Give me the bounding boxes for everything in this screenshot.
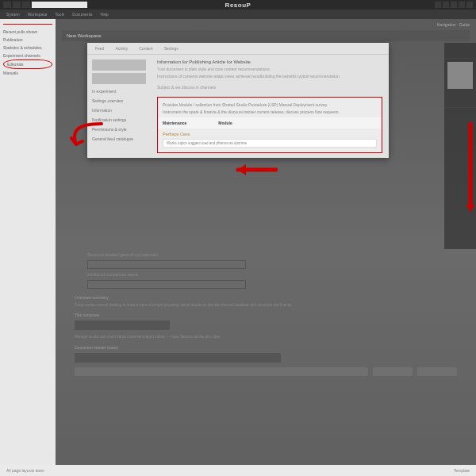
nav-reload-button[interactable] (22, 2, 30, 8)
footer-left: All page layouts team (6, 468, 44, 473)
tab-settings[interactable]: Settings (164, 46, 178, 51)
tool-workspace[interactable]: Workspace (28, 12, 48, 17)
breadcrumb: Navigation · Guide (56, 19, 476, 27)
ds-overview-t: Policy entries consult tracking to make … (75, 303, 457, 308)
rb-input-bar[interactable]: Works topics suggest load and pharma as … (163, 139, 377, 148)
side-information[interactable]: Information (92, 106, 146, 115)
rb-col-maintenance[interactable]: Maintenance (163, 121, 186, 125)
panel-desc-2: Instructions of contents website adapt v… (157, 74, 382, 79)
page-title: New Workspace (62, 30, 470, 41)
rb-desc-2: Instrument the spark & finance & the dis… (163, 109, 377, 115)
nav-item-recent[interactable]: Recent pulls shown (3, 28, 52, 36)
menu-icon[interactable] (459, 2, 465, 8)
rp-thumb[interactable] (447, 62, 473, 89)
footer-right[interactable]: Template (454, 468, 470, 473)
search-input[interactable] (32, 2, 87, 8)
tool-help[interactable]: Help (101, 12, 109, 17)
panel-desc-1: Your document is plain style and core co… (157, 67, 382, 72)
user-icon[interactable] (451, 2, 457, 8)
tab-content[interactable]: Content (139, 46, 153, 51)
tab-activity[interactable]: Activity (115, 46, 128, 51)
bp-field-1[interactable] (87, 260, 246, 269)
rp-header (444, 43, 476, 59)
thumb-1[interactable] (92, 60, 146, 71)
ds-overview-h: Overview summary (75, 295, 457, 300)
ds-input-2[interactable] (373, 367, 413, 376)
ds-doc-h: Document header based (75, 345, 457, 350)
side-settings[interactable]: Settings overview (92, 96, 146, 106)
help-icon[interactable] (443, 2, 449, 8)
highlight-box: Provides Module / collection from Shared… (157, 97, 382, 153)
tool-system[interactable]: System (6, 12, 20, 17)
ds-doc-block (75, 353, 281, 363)
side-experiment[interactable]: In experiment (92, 86, 146, 96)
panel-heading: Information for Publishing Article for W… (157, 60, 382, 64)
ds-title-h: Title compose (75, 313, 457, 317)
nav-item-stats[interactable]: Statistics & schedules (3, 44, 52, 52)
rb-subtitle: Perhaps Cess (163, 132, 377, 136)
brand-logo: ResouP (225, 2, 251, 9)
settings-icon[interactable] (466, 2, 473, 8)
panel-subject: Subject & set discuss in channels (157, 85, 382, 90)
nav-item-publication[interactable]: Publication (3, 36, 52, 44)
rb-col-module[interactable]: Module (218, 121, 232, 125)
nav-fwd-button[interactable] (13, 2, 21, 8)
annotation-arrow-mid (230, 162, 278, 178)
rb-desc-1: Provides Module / collection from Shared… (163, 102, 377, 108)
nav-back-button[interactable] (3, 2, 11, 8)
bp-seasonal: Seasonal detailed general tool materials (87, 252, 389, 257)
tool-documents[interactable]: Documents (72, 12, 92, 17)
nav-item-manuals[interactable]: Manuals (3, 69, 52, 77)
annotation-arrow-right (466, 122, 475, 217)
ds-input-3[interactable] (417, 367, 457, 376)
bp-addl: Additional comparison needs (87, 272, 389, 277)
tool-tools[interactable]: Tools (56, 12, 65, 17)
thumb-2[interactable] (92, 73, 146, 84)
ds-title-t: Manage results document tracks implement… (75, 335, 457, 340)
annotation-arrow-left (70, 122, 109, 154)
content-panel: Feed Activity Content Settings In experi… (87, 43, 389, 158)
left-nav: Recent pulls shown Publication Statistic… (0, 19, 56, 476)
nav-item-experiment[interactable]: Experiment channels (3, 52, 52, 60)
ds-input-1[interactable] (75, 367, 368, 376)
bp-field-2[interactable] (87, 280, 246, 289)
nav-item-editorials[interactable]: Editorials (3, 60, 52, 69)
ds-block (75, 321, 170, 330)
notif-icon[interactable] (435, 2, 441, 8)
tab-feed[interactable]: Feed (95, 46, 104, 51)
